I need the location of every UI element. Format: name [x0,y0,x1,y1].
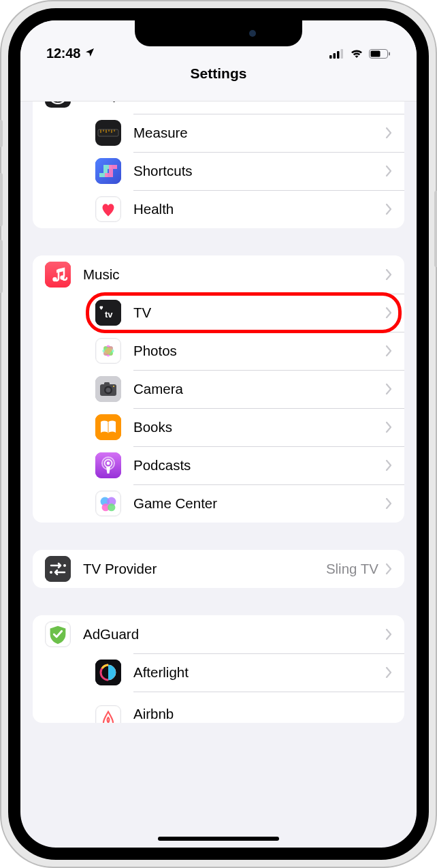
wifi-icon [350,49,363,61]
settings-row-label: Compass [83,102,385,103]
settings-row-label: Podcasts [133,457,385,474]
chevron-right-icon [385,127,393,138]
settings-row-label: TV [133,305,385,321]
music-icon [45,262,71,288]
settings-row-value: Sling TV [326,561,378,577]
settings-row-label: Afterlight [133,664,385,681]
chevron-right-icon [385,269,393,280]
settings-row-label: AdGuard [83,626,385,642]
chevron-right-icon [385,460,393,471]
settings-row-music[interactable]: Music [33,255,404,294]
svg-rect-33 [95,452,121,478]
shortcuts-icon [95,158,121,184]
settings-row-adguard[interactable]: AdGuard [33,615,404,653]
chevron-right-icon [385,204,393,215]
battery-icon [369,49,391,61]
settings-row-shortcuts[interactable]: Shortcuts [83,152,404,190]
svg-point-44 [63,564,66,567]
svg-point-36 [107,462,110,465]
svg-point-13 [52,277,56,281]
svg-rect-5 [371,51,381,57]
camera-icon [95,376,121,402]
svg-rect-2 [337,51,340,59]
settings-row-label: Books [133,419,385,435]
measure-icon [95,120,121,146]
chevron-right-icon [385,629,393,640]
chevron-right-icon [385,345,393,356]
chevron-right-icon [385,384,393,394]
svg-rect-6 [389,52,390,56]
settings-row-books[interactable]: Books [83,408,404,446]
airbnb-icon [95,705,121,723]
adguard-icon [45,621,71,647]
svg-text:tv: tv [105,309,113,320]
chevron-right-icon [385,422,393,433]
photos-icon [95,338,121,364]
settings-row-label: Camera [133,381,385,397]
status-time: 12:48 [46,46,80,61]
settings-row-afterlight[interactable]: Afterlight [83,653,404,692]
settings-row-airbnb[interactable]: Airbnb [83,692,404,723]
settings-row-tv[interactable]: tvTV [83,294,404,332]
svg-rect-3 [341,49,344,59]
svg-point-41 [108,503,115,511]
nav-bar: Settings [20,64,417,102]
settings-row-label: Measure [133,125,385,141]
svg-rect-10 [95,158,121,184]
settings-scrollview[interactable]: CompassMeasureShortcutsHealthMusictvTVPh… [20,102,417,848]
books-icon [95,414,121,440]
svg-rect-27 [104,382,110,386]
chevron-right-icon [385,563,393,574]
chevron-right-icon [385,667,393,678]
svg-rect-1 [334,53,336,59]
home-indicator[interactable] [158,837,279,841]
settings-row-podcasts[interactable]: Podcasts [83,446,404,484]
settings-row-label: Shortcuts [133,163,385,179]
compass-icon [45,102,71,108]
podcasts-icon [95,452,121,478]
tvprovider-icon [45,556,71,582]
location-arrow-icon [84,46,95,61]
device-notch [135,20,302,46]
settings-row-photos[interactable]: Photos [83,332,404,370]
svg-point-30 [113,386,114,387]
afterlight-icon [95,660,121,685]
settings-row-measure[interactable]: Measure [83,114,404,152]
svg-point-29 [106,388,111,392]
settings-row-label: Airbnb [133,706,393,722]
cellular-icon [329,49,344,61]
settings-row-gamecenter[interactable]: Game Center [83,484,404,523]
gamecenter-icon [95,491,121,516]
settings-row-label: TV Provider [83,561,326,577]
health-icon [95,196,121,222]
svg-rect-42 [45,556,71,582]
svg-point-43 [50,571,52,574]
chevron-right-icon [385,498,393,509]
settings-row-label: Photos [133,343,385,359]
settings-row-label: Health [133,201,385,217]
svg-rect-0 [329,55,332,59]
svg-rect-48 [96,706,120,723]
chevron-right-icon [385,166,393,176]
settings-row-label: Game Center [133,495,385,512]
chevron-right-icon [385,307,393,318]
svg-point-14 [60,275,64,279]
settings-row-tvprovider[interactable]: TV ProviderSling TV [33,550,404,588]
tv-icon: tv [95,300,121,326]
nav-title: Settings [191,65,247,82]
settings-row-compass[interactable]: Compass [33,102,404,114]
settings-row-health[interactable]: Health [83,190,404,228]
settings-row-label: Music [83,266,385,283]
settings-row-camera[interactable]: Camera [83,370,404,408]
